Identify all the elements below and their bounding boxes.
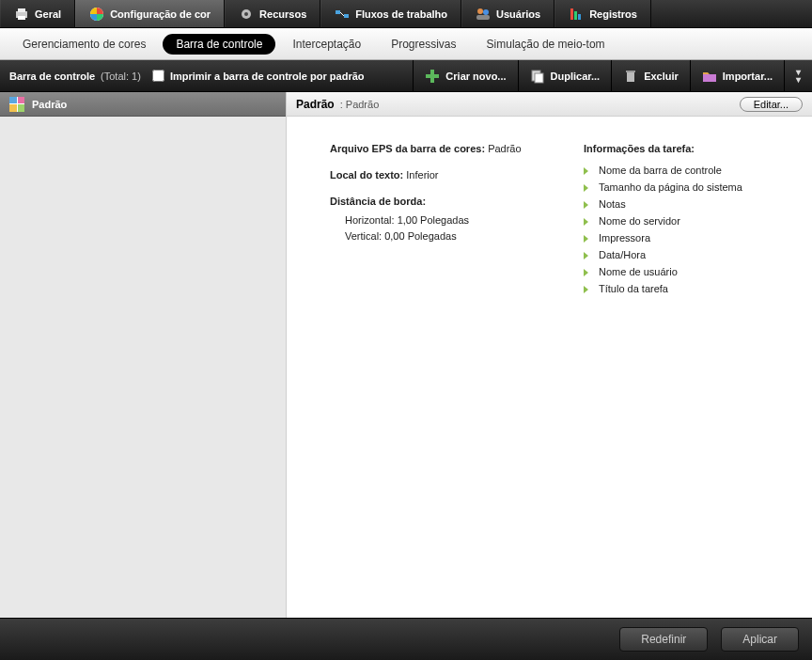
local-label: Local do texto: [330,169,403,181]
print-default-checkbox-label[interactable]: Imprimir a barra de controle por padrão [152,70,365,82]
list-item: Nome da barra de controle [584,162,788,179]
button-label: Criar novo... [445,71,506,82]
toolbar: Barra de controle (Total: 1) Imprimir a … [0,60,812,92]
button-label: Duplicar... [551,71,601,82]
color-wheel-icon [89,7,104,22]
vertical-value: Vertical: 0,00 Polegadas [345,228,565,244]
eps-value: Padrão [488,143,521,154]
footer: Redefinir Aplicar [0,618,812,660]
content-title: Padrão [296,98,335,111]
print-default-text: Imprimir a barra de controle por padrão [170,71,365,82]
content-panel: Padrão : Padrão Editar... Arquivo EPS da… [287,92,812,618]
svg-rect-6 [336,10,340,14]
button-label: Importar... [723,71,773,82]
logs-icon [569,7,584,22]
svg-rect-10 [476,15,490,20]
tab-geral[interactable]: Geral [0,0,75,27]
duplicar-button[interactable]: Duplicar... [518,60,612,91]
color-swatch-icon [9,97,24,112]
sidebar: Padrão [0,92,287,618]
top-tab-bar: Geral Configuração de cor Recursos Fluxo… [0,0,812,28]
plus-icon [425,69,440,84]
tab-label: Configuração de cor [110,8,211,20]
content-header: Padrão : Padrão Editar... [287,92,812,117]
tab-configuracao-cor[interactable]: Configuração de cor [75,0,225,27]
tab-registros[interactable]: Registros [554,0,651,27]
eps-label: Arquivo EPS da barra de cores: [330,143,485,154]
svg-rect-17 [535,73,543,83]
sidebar-item-label: Padrão [32,99,67,110]
tab-label: Registros [589,8,637,20]
aplicar-button[interactable]: Aplicar [721,627,799,652]
body-area: Padrão Padrão : Padrão Editar... Arquivo… [0,92,812,618]
svg-rect-2 [18,16,25,20]
printer-icon [14,7,29,22]
subnav-meio-tom[interactable]: Simulação de meio-tom [474,34,618,55]
subnav-progressivas[interactable]: Progressivas [378,34,469,55]
excluir-button[interactable]: Excluir [611,60,690,91]
task-info-list: Nome da barra de controle Tamanho da pág… [584,162,788,297]
subnav-barra-controle[interactable]: Barra de controle [163,34,275,55]
edit-button[interactable]: Editar... [740,97,803,112]
subnav-interceptacao[interactable]: Interceptação [279,34,374,55]
tab-label: Geral [35,8,61,20]
trash-icon [623,69,638,84]
subnav-gerenciamento[interactable]: Gerenciamento de cores [9,34,159,55]
button-label: Excluir [644,71,679,82]
users-icon [476,7,491,22]
svg-point-9 [483,9,489,15]
list-item: Notas [584,196,788,212]
list-item: Título da tarefa [584,280,788,297]
svg-rect-1 [18,8,25,12]
borda-label: Distância de borda: [330,196,426,207]
list-item: Nome de usuário [584,263,788,280]
task-info-title: Informações da tarefa: [584,143,695,154]
chevron-double-down-icon: ▾▾ [796,69,801,84]
tab-fluxos[interactable]: Fluxos de trabalho [320,0,461,27]
list-item: Tamanho da página do sistema [584,179,788,196]
svg-rect-13 [578,14,581,20]
svg-rect-15 [426,74,439,78]
svg-rect-19 [626,71,635,72]
horizontal-value: Horizontal: 1,00 Polegadas [345,212,565,228]
duplicate-icon [530,69,545,84]
sidebar-item-padrao[interactable]: Padrão [0,92,286,117]
sub-nav: Gerenciamento de cores Barra de controle… [0,28,812,60]
svg-rect-7 [344,14,349,18]
list-item: Impressora [584,229,788,246]
redefinir-button[interactable]: Redefinir [619,627,708,652]
list-item: Nome do servidor [584,212,788,229]
folder-import-icon [702,69,717,84]
svg-point-8 [477,8,483,14]
content-subtitle: : Padrão [340,99,380,110]
tab-usuarios[interactable]: Usuários [461,0,554,27]
svg-rect-12 [574,11,577,20]
svg-rect-11 [570,8,573,20]
tab-label: Usuários [496,8,540,20]
svg-rect-18 [627,72,634,82]
toolbar-count: (Total: 1) [101,71,141,82]
workflow-icon [335,7,350,22]
list-item: Data/Hora [584,246,788,263]
criar-novo-button[interactable]: Criar novo... [413,60,517,91]
importar-button[interactable]: Importar... [690,60,784,91]
print-default-checkbox[interactable] [152,70,164,82]
svg-rect-20 [703,74,716,82]
tab-label: Fluxos de trabalho [355,8,447,20]
toolbar-title: Barra de controle [9,71,95,82]
tab-label: Recursos [259,8,306,20]
tab-recursos[interactable]: Recursos [225,0,320,27]
gear-icon [239,7,254,22]
more-button[interactable]: ▾▾ [784,60,812,91]
svg-point-5 [244,12,248,16]
local-value: Inferior [406,169,438,181]
